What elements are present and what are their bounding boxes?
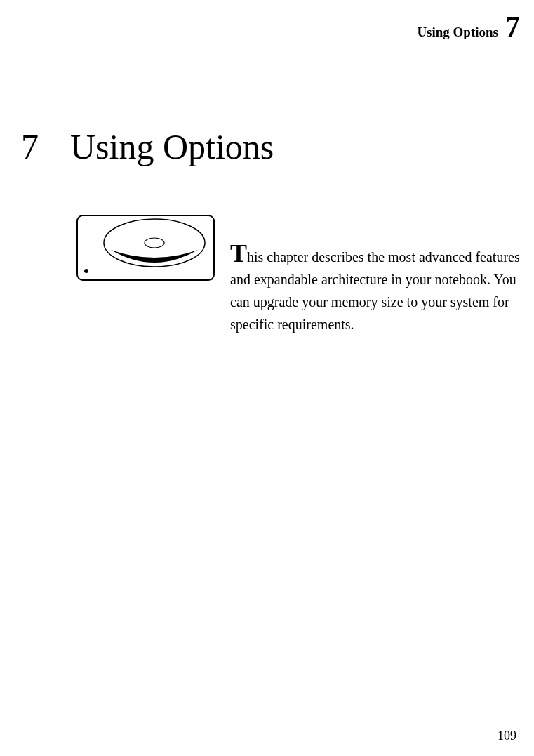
page-header: Using Options 7 [14,14,520,44]
chapter-heading: 7 Using Options [21,126,274,167]
intro-text: his chapter describes the most advanced … [230,249,520,332]
body-row: This chapter describes the most advanced… [74,211,520,336]
footer-rule [14,724,520,724]
chapter-number: 7 [21,126,39,167]
header-title: Using Options [417,25,498,40]
intro-paragraph: This chapter describes the most advanced… [230,246,520,336]
header-chapter-number: 7 [505,14,520,41]
svg-point-2 [145,238,164,248]
svg-point-3 [84,269,88,273]
drive-illustration [74,211,218,284]
chapter-title: Using Options [70,126,274,167]
paragraph-wrap: This chapter describes the most advanced… [230,211,520,336]
dropcap: T [230,239,247,267]
page-number: 109 [498,729,516,743]
